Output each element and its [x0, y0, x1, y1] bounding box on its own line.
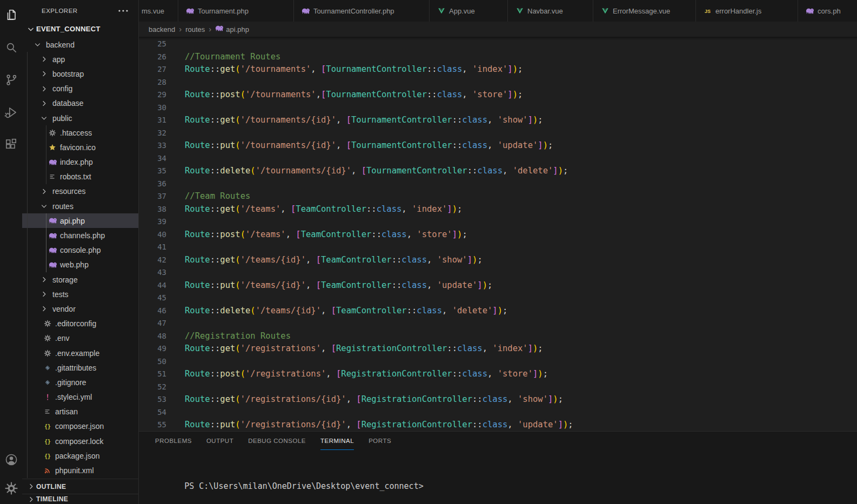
panel-tab-terminal[interactable]: TERMINAL — [320, 432, 354, 450]
tree-item-composer-json[interactable]: {}composer.json — [22, 419, 138, 434]
tree-item-package-json[interactable]: {}package.json — [22, 448, 138, 463]
sidebar-section-outline[interactable]: OUTLINE — [22, 479, 138, 494]
tree-item-bootstrap[interactable]: bootstrap — [22, 66, 138, 81]
tree-item-app[interactable]: app — [22, 52, 138, 66]
rss-file-icon — [43, 466, 52, 475]
sidebar-title: EXPLORER — [42, 8, 78, 14]
terminal[interactable]: PS C:\Users\milan\OneDrive\Desktop\event… — [139, 450, 857, 501]
panel-tab-output[interactable]: OUTPUT — [206, 432, 233, 450]
tree-item-artisan[interactable]: artisan — [22, 405, 138, 419]
activity-explorer-button[interactable] — [0, 2, 22, 28]
chevron-right-icon — [38, 290, 49, 298]
tab-label: ErrorMessage.vue — [613, 7, 670, 15]
code-line-41: 41 — [139, 241, 857, 254]
tree-item-config[interactable]: config — [22, 82, 138, 96]
activity-source-control-button[interactable] — [0, 67, 22, 93]
tree-item-dot-gitignore[interactable]: .gitignore — [22, 375, 138, 389]
tree-item-public[interactable]: public — [22, 111, 138, 125]
code-line-31: 31Route::get('/tournaments/{id}', [Tourn… — [139, 114, 857, 127]
tree-item-dot-editorconfig[interactable]: .editorconfig — [22, 317, 138, 331]
tree-item-channels-php[interactable]: channels.php — [22, 228, 138, 243]
tree-item-tests[interactable]: tests — [22, 287, 138, 301]
code-line-54: 54 — [139, 406, 857, 419]
breadcrumb-item-routes[interactable]: routes — [185, 25, 205, 33]
tree-item-web-php[interactable]: web.php — [22, 258, 138, 272]
tree-item-resources[interactable]: resources — [22, 184, 138, 199]
line-number: 50 — [139, 355, 166, 368]
line-number: 48 — [139, 330, 166, 343]
tab-label: errorHandler.js — [715, 7, 761, 15]
activity-account-button[interactable] — [0, 447, 22, 473]
tree-item-database[interactable]: database — [22, 96, 138, 111]
vue-file-icon — [601, 7, 609, 15]
line-number: 39 — [139, 216, 166, 229]
line-number: 40 — [139, 229, 166, 241]
tree-item-robots-txt[interactable]: robots.txt — [22, 170, 138, 184]
tree-item-dot-gitattributes[interactable]: .gitattributes — [22, 360, 138, 375]
activity-extensions-button[interactable] — [0, 132, 22, 158]
php-file-icon — [48, 158, 57, 166]
tab-App-vue[interactable]: App.vue — [430, 0, 508, 22]
tree-item-favicon-ico[interactable]: favicon.ico — [22, 140, 138, 154]
chevron-right-icon — [25, 482, 36, 490]
sidebar-section-timeline[interactable]: TIMELINE — [22, 494, 138, 504]
tree-item-storage[interactable]: storage — [22, 272, 138, 287]
terminal-prompt: PS C:\Users\milan\OneDrive\Desktop\event… — [184, 481, 424, 491]
braces-file-icon: {} — [43, 437, 52, 446]
tab-cors-ph[interactable]: cors.ph — [798, 0, 857, 22]
tree-item-routes[interactable]: routes — [22, 199, 138, 213]
php-file-icon — [806, 7, 814, 15]
tree-root-label: EVENT_CONNECT — [36, 25, 101, 33]
tab-Navbar-vue[interactable]: Navbar.vue — [508, 0, 593, 22]
more-actions-icon[interactable] — [118, 6, 129, 15]
tree-item-dot-env[interactable]: .env — [22, 331, 138, 346]
tree-item-vendor[interactable]: vendor — [22, 301, 138, 316]
section-label: TIMELINE — [36, 495, 68, 503]
tree-item-dot-env-example[interactable]: .env.example — [22, 346, 138, 360]
tab-label: cors.ph — [818, 7, 841, 15]
breadcrumb-item-backend[interactable]: backend — [149, 25, 175, 33]
chevron-right-icon — [38, 70, 49, 78]
line-number: 26 — [139, 51, 166, 64]
tree-item-backend[interactable]: backend — [22, 37, 138, 52]
panel-tab-debug-console[interactable]: DEBUG CONSOLE — [248, 432, 306, 450]
tab-Tournament-php[interactable]: Tournament.php — [178, 0, 294, 22]
activity-run-debug-button[interactable] — [0, 99, 22, 125]
code-line-26: 26//Tournament Routes — [139, 51, 857, 64]
tree-root-event-connect[interactable]: EVENT_CONNECT — [22, 22, 138, 36]
tab-errorHandler-js[interactable]: JSerrorHandler.js — [696, 0, 798, 22]
code-editor[interactable]: 2526//Tournament Routes27Route::get('/to… — [139, 37, 857, 431]
code-line-49: 49Route::get('/registrations', [Registra… — [139, 342, 857, 355]
line-number: 45 — [139, 292, 166, 305]
code-line-33: 33Route::put('/tournaments/{id}', [Tourn… — [139, 139, 857, 152]
activity-settings-button[interactable] — [0, 475, 22, 501]
tree-item-console-php[interactable]: console.php — [22, 243, 138, 258]
tree-item-dot-styleci-yml[interactable]: .styleci.yml — [22, 390, 138, 405]
git-file-icon — [43, 364, 52, 372]
account-icon — [4, 453, 18, 467]
line-number: 30 — [139, 102, 166, 115]
php-file-icon — [48, 246, 57, 254]
braces-file-icon: {} — [43, 422, 52, 431]
chevron-down-icon — [32, 41, 43, 49]
line-number: 46 — [139, 305, 166, 318]
tree-item-phpunit-xml[interactable]: phpunit.xml — [22, 463, 138, 478]
chevron-right-icon — [25, 495, 36, 503]
tree-item-composer-lock[interactable]: {}composer.lock — [22, 434, 138, 448]
chevron-right-icon — [38, 99, 49, 107]
php-file-icon — [215, 24, 223, 34]
tab-ErrorMessage-vue[interactable]: ErrorMessage.vue — [593, 0, 696, 22]
breadcrumb-item-api-php[interactable]: api.php — [215, 24, 249, 34]
code-line-34: 34 — [139, 152, 857, 165]
code-line-42: 42Route::get('/teams/{id}', [TeamControl… — [139, 254, 857, 267]
activity-search-button[interactable] — [0, 35, 22, 61]
panel-tab-problems[interactable]: PROBLEMS — [155, 432, 192, 450]
file-tree: backendappbootstrapconfigdatabasepublic.… — [22, 37, 138, 478]
tree-item-index-php[interactable]: index.php — [22, 155, 138, 170]
panel-tab-ports[interactable]: PORTS — [369, 432, 391, 450]
tree-item-api-php[interactable]: api.php — [22, 213, 138, 228]
tab-ms-vue[interactable]: ms.vue — [139, 0, 178, 22]
tab-TournamentController-php[interactable]: TournamentController.php — [294, 0, 430, 22]
tree-item-dot-htaccess[interactable]: .htaccess — [22, 125, 138, 140]
code-line-46: 46Route::delete('/teams/{id}', [TeamCont… — [139, 305, 857, 318]
